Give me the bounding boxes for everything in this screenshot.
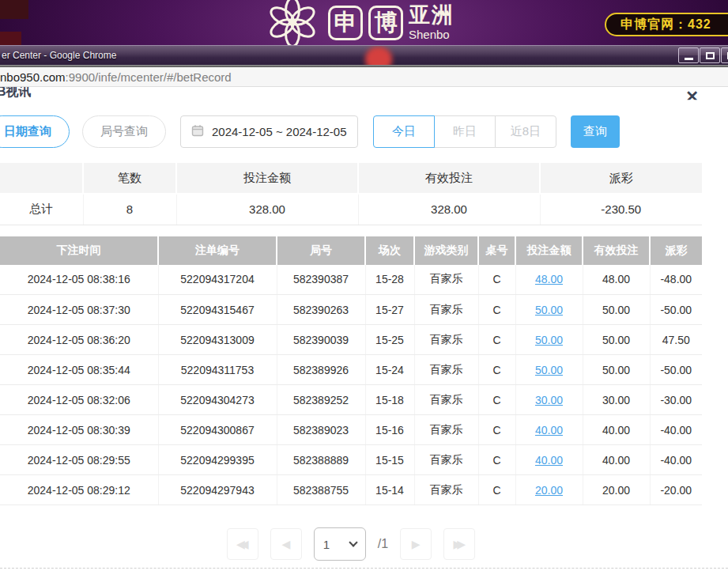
cell-round: 582388755: [277, 475, 365, 505]
col-round: 局号: [277, 236, 365, 265]
address-bar[interactable]: nbo950.com:9900/infe/mcenter/#/betRecord: [0, 67, 728, 87]
cell-payout: -50.00: [650, 355, 702, 385]
cell-game: 百家乐: [414, 445, 478, 475]
cell-time: 2024-12-05 08:38:16: [0, 265, 158, 295]
cell-game: 百家乐: [414, 355, 478, 385]
col-payout: 派彩: [650, 236, 702, 265]
quick-last8-button[interactable]: 近8日: [495, 115, 556, 148]
bet-amount-link[interactable]: 40.00: [535, 454, 563, 467]
cell-table: C: [478, 295, 515, 325]
cell-round: 582388889: [277, 445, 365, 475]
next-page-button[interactable]: ▶: [400, 528, 432, 560]
chevron-down-icon: [349, 538, 357, 546]
total-pages-label: /1: [378, 537, 388, 551]
summary-count: 8: [83, 194, 176, 225]
bet-amount-link[interactable]: 20.00: [535, 484, 563, 497]
table-row: 2024-12-05 08:37:30 522094315467 5823902…: [0, 295, 702, 325]
summary-valid: 328.00: [358, 194, 540, 225]
cell-session: 15-24: [365, 355, 414, 385]
maximize-button[interactable]: [700, 47, 720, 63]
pagination: ◀◀ ◀ 1 /1 ▶ ▶▶: [0, 527, 702, 561]
cell-table: C: [478, 355, 515, 385]
bet-amount-link[interactable]: 50.00: [535, 304, 563, 316]
filter-row: 日期查询 局号查询 2024-12-05 ~ 2024-12-05 今日 昨日 …: [0, 115, 728, 148]
cell-table: C: [478, 385, 515, 415]
cell-valid: 50.00: [583, 295, 650, 325]
quick-today-button[interactable]: 今日: [373, 115, 435, 148]
table-row: 2024-12-05 08:38:16 522094317204 5823903…: [0, 265, 702, 295]
cell-game: 百家乐: [414, 325, 478, 355]
summary-payout: -230.50: [540, 194, 702, 225]
records-table: 下注时间 注单编号 局号 场次 游戏类别 桌号 投注金额 有效投注 派彩 202…: [0, 236, 702, 506]
tab-date-query[interactable]: 日期查询: [0, 115, 70, 148]
cell-time: 2024-12-05 08:36:20: [0, 325, 158, 355]
cell-session: 15-28: [365, 265, 414, 295]
window-title: er Center - Google Chrome: [2, 50, 116, 61]
cell-game: 百家乐: [414, 265, 478, 295]
site-header: 申 博 亚洲 Shenbo 申博官网：432: [0, 0, 728, 45]
summary-total-label: 总计: [0, 194, 83, 225]
col-game: 游戏类别: [414, 236, 478, 265]
cell-bet-id: 522094313009: [158, 325, 277, 355]
cell-payout: -30.00: [650, 385, 702, 415]
table-row: 2024-12-05 08:29:12 522094297943 5823887…: [0, 475, 702, 505]
col-valid: 有效投注: [583, 236, 650, 265]
last-page-button[interactable]: ▶▶: [443, 528, 475, 560]
bet-amount-link[interactable]: 48.00: [535, 273, 563, 285]
red-notification-blob: [365, 47, 392, 65]
cell-game: 百家乐: [414, 475, 478, 505]
brand-name-en: Shenbo: [409, 28, 455, 40]
bet-record-panel: B视讯 ✕ 日期查询 局号查询 2024-12-05 ~ 2024-12-05 …: [0, 87, 728, 582]
logo-char-bo: 博: [368, 6, 403, 40]
section-label: B视讯: [0, 87, 32, 100]
cell-time: 2024-12-05 08:29:12: [0, 475, 158, 505]
cell-valid: 50.00: [583, 325, 650, 355]
cell-bet-id: 522094315467: [158, 295, 277, 325]
double-left-arrow-icon: ◀◀: [236, 538, 244, 550]
cell-table: C: [478, 265, 515, 295]
cell-session: 15-14: [365, 475, 414, 505]
close-window-button[interactable]: [721, 47, 728, 63]
date-range-input[interactable]: 2024-12-05 ~ 2024-12-05: [180, 115, 358, 148]
flower-logo-icon: [262, 0, 323, 45]
records-header-row: 下注时间 注单编号 局号 场次 游戏类别 桌号 投注金额 有效投注 派彩: [0, 236, 702, 265]
col-bet-id: 注单编号: [158, 236, 277, 265]
bet-amount-link[interactable]: 30.00: [535, 394, 563, 406]
cell-table: C: [478, 325, 515, 355]
cell-round: 582390263: [277, 295, 365, 325]
cell-bet-id: 522094297943: [158, 475, 277, 505]
bet-amount-link[interactable]: 50.00: [535, 364, 563, 376]
close-icon[interactable]: ✕: [685, 87, 699, 106]
cell-game: 百家乐: [414, 415, 478, 445]
left-edge-artifact: [0, 32, 21, 45]
summary-bet: 328.00: [176, 194, 358, 225]
col-table: 桌号: [478, 236, 515, 265]
page-select[interactable]: 1: [314, 527, 366, 561]
minimize-button[interactable]: [678, 47, 699, 63]
prev-page-button[interactable]: ◀: [270, 528, 302, 560]
search-button[interactable]: 查询: [571, 115, 620, 148]
summary-col-bet: 投注金额: [176, 163, 358, 194]
cell-valid: 40.00: [583, 445, 650, 475]
tab-round-query[interactable]: 局号查询: [82, 115, 166, 148]
quick-yesterday-button[interactable]: 昨日: [434, 115, 496, 148]
summary-total-row: 总计 8 328.00 328.00 -230.50: [0, 194, 702, 225]
window-controls: [678, 47, 728, 63]
table-row: 2024-12-05 08:29:55 522094299395 5823888…: [0, 445, 702, 475]
cell-round: 582390387: [277, 265, 365, 295]
cell-valid: 20.00: [583, 475, 650, 505]
first-page-button[interactable]: ◀◀: [227, 528, 258, 560]
summary-header-row: 笔数 投注金额 有效投注 派彩: [0, 163, 702, 194]
browser-titlebar: er Center - Google Chrome: [0, 45, 728, 65]
cell-valid: 50.00: [583, 355, 650, 385]
cell-time: 2024-12-05 08:29:55: [0, 445, 158, 475]
summary-table: 笔数 投注金额 有效投注 派彩 总计 8 328.00 328.00 -230.…: [0, 163, 702, 225]
summary-col-payout: 派彩: [540, 163, 702, 194]
cell-bet-id: 522094300867: [158, 415, 277, 445]
bet-amount-link[interactable]: 40.00: [535, 424, 563, 436]
cell-round: 582389926: [277, 355, 365, 385]
logo-char-shen: 申: [328, 6, 363, 40]
cell-payout: -50.00: [650, 295, 702, 325]
bet-amount-link[interactable]: 50.00: [535, 334, 563, 346]
screen: 申 博 亚洲 Shenbo 申博官网：432 er Center - Googl…: [0, 0, 728, 582]
